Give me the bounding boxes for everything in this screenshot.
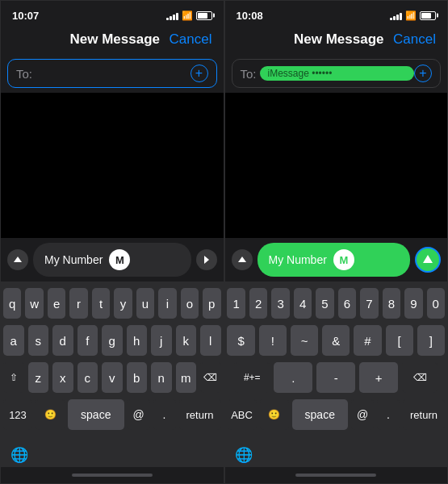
keyboard-left: q w e r t y u i o p a s d f g h j k (1, 282, 224, 440)
time-right: 10:08 (237, 10, 263, 22)
key-z[interactable]: z (28, 362, 49, 393)
keyboard-symbols-row-right: $ ! ~ & # [ ] (228, 325, 446, 356)
to-input-left[interactable] (36, 67, 190, 81)
key-w[interactable]: w (25, 288, 43, 319)
key-5[interactable]: 5 (316, 288, 333, 319)
mode-key-left[interactable]: 123 (3, 399, 32, 430)
key-x[interactable]: x (52, 362, 73, 393)
key-s[interactable]: s (28, 325, 49, 356)
compose-row-left: My Number M (1, 238, 224, 282)
svg-marker-1 (204, 256, 209, 264)
key-b[interactable]: b (127, 362, 148, 393)
key-dash[interactable]: - (316, 362, 355, 393)
key-q[interactable]: q (3, 288, 21, 319)
key-6[interactable]: 6 (338, 288, 356, 319)
key-i[interactable]: i (158, 288, 176, 319)
delete-key-right[interactable]: ⌫ (402, 362, 438, 393)
delete-key-left[interactable]: ⌫ (200, 362, 221, 393)
key-8[interactable]: 8 (383, 288, 400, 319)
key-tilde[interactable]: ~ (291, 325, 318, 356)
keyboard-bottom-row-right: ABC 🙂 space @ . return (228, 399, 446, 430)
return-key-right[interactable]: return (403, 399, 445, 430)
key-n[interactable]: n (151, 362, 172, 393)
key-1[interactable]: 1 (227, 288, 245, 319)
key-c[interactable]: c (77, 362, 98, 393)
time-left: 10:07 (12, 10, 39, 22)
to-field-right[interactable]: To: iMessage •••••• + (232, 59, 442, 88)
key-t[interactable]: t (92, 288, 110, 319)
key-h[interactable]: h (127, 325, 148, 356)
shift-key-left[interactable]: ⇧ (3, 362, 24, 393)
at-key-left[interactable]: @ (128, 399, 150, 430)
key-d[interactable]: d (52, 325, 73, 356)
expand-button-right[interactable] (232, 249, 253, 270)
screen-left: 10:07 📶 New Message Cancel To (0, 0, 224, 484)
chevron-right-left[interactable] (196, 249, 217, 270)
add-recipient-button-left[interactable]: + (191, 65, 208, 82)
emoji-key-left[interactable]: 🙂 (36, 399, 65, 430)
keyboard-row-3-left: ⇧ z x c v b n m ⌫ (3, 362, 221, 393)
key-l[interactable]: l (200, 325, 221, 356)
key-amp[interactable]: & (322, 325, 350, 356)
at-key-right[interactable]: @ (351, 399, 374, 430)
key-y[interactable]: y (114, 288, 132, 319)
key-m[interactable]: m (176, 362, 197, 393)
hashplus-key[interactable]: #+= (234, 362, 270, 393)
screen-right: 10:08 📶 New Message Cancel To (224, 0, 449, 484)
key-bracketclose[interactable]: ] (417, 325, 445, 356)
dot-key-left[interactable]: . (153, 399, 176, 430)
recipient-chip-right[interactable]: iMessage •••••• (260, 66, 414, 81)
key-plus[interactable]: + (359, 362, 398, 393)
emoji-key-right[interactable]: 🙂 (260, 399, 289, 430)
key-4[interactable]: 4 (294, 288, 312, 319)
cancel-button-right[interactable]: Cancel (393, 31, 436, 48)
key-3[interactable]: 3 (271, 288, 289, 319)
globe-icon-right[interactable]: 🌐 (235, 446, 253, 464)
signal-icon (166, 11, 178, 20)
status-bar-left: 10:07 📶 (1, 1, 224, 27)
key-e[interactable]: e (48, 288, 65, 319)
key-p[interactable]: p (203, 288, 220, 319)
key-hash[interactable]: # (354, 325, 381, 356)
key-0[interactable]: 0 (427, 288, 445, 319)
key-g[interactable]: g (102, 325, 123, 356)
key-j[interactable]: j (151, 325, 172, 356)
to-field-left[interactable]: To: + (7, 59, 217, 88)
space-key-left[interactable]: space (68, 399, 124, 430)
keyboard-row-2-left: a s d f g h j k l (3, 325, 221, 356)
space-key-right[interactable]: space (292, 399, 349, 430)
nav-bar-left: New Message Cancel (1, 27, 224, 54)
avatar-left: M (109, 249, 130, 270)
svg-marker-2 (238, 257, 246, 262)
key-f[interactable]: f (77, 325, 98, 356)
compose-bubble-left[interactable]: My Number M (33, 243, 191, 277)
battery-icon (196, 11, 212, 20)
key-dollar[interactable]: $ (227, 325, 254, 356)
dot-key-right[interactable]: . (377, 399, 400, 430)
key-u[interactable]: u (136, 288, 154, 319)
add-recipient-button-right[interactable]: + (414, 65, 432, 82)
my-number-label-right: My Number (269, 253, 327, 266)
key-k[interactable]: k (176, 325, 197, 356)
key-r[interactable]: r (69, 288, 87, 319)
compose-bubble-right[interactable]: My Number M (257, 243, 411, 277)
mode-key-right[interactable]: ABC (228, 399, 257, 430)
key-dot-right[interactable]: . (274, 362, 312, 393)
return-key-left[interactable]: return (179, 399, 221, 430)
key-9[interactable]: 9 (404, 288, 422, 319)
key-v[interactable]: v (102, 362, 123, 393)
expand-button-left[interactable] (7, 249, 28, 270)
key-a[interactable]: a (3, 325, 24, 356)
battery-icon-right (420, 11, 436, 20)
globe-icon-left[interactable]: 🌐 (10, 446, 28, 464)
nav-title-right: New Message (294, 31, 384, 48)
key-2[interactable]: 2 (249, 288, 267, 319)
key-7[interactable]: 7 (360, 288, 378, 319)
send-button-right[interactable] (415, 247, 441, 273)
home-indicator-right (225, 467, 448, 483)
key-bracketopen[interactable]: [ (386, 325, 413, 356)
status-bar-right: 10:08 📶 (225, 1, 448, 27)
key-o[interactable]: o (181, 288, 199, 319)
key-exclaim[interactable]: ! (259, 325, 287, 356)
cancel-button-left[interactable]: Cancel (170, 31, 212, 48)
